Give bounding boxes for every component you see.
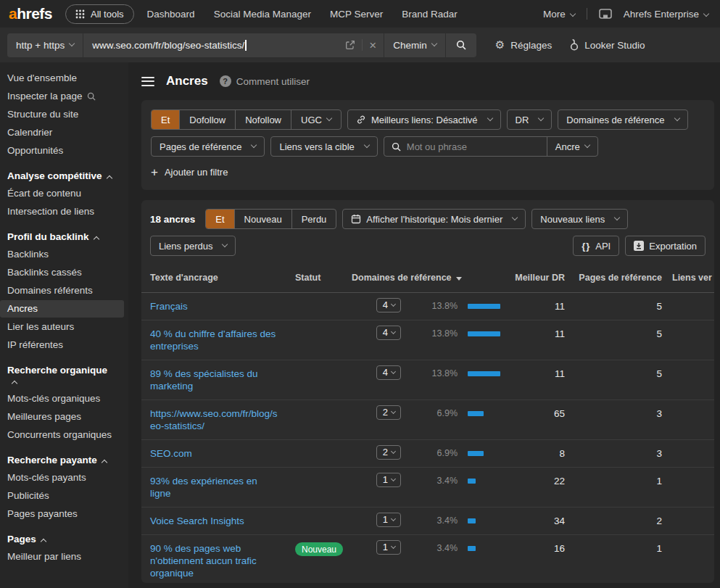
settings-button[interactable]: ⚙ Réglages xyxy=(495,38,553,51)
sidebar-section-header[interactable]: Recherche payante xyxy=(0,444,124,469)
word-phrase-input[interactable]: Mot ou phrase xyxy=(384,141,547,152)
domains-percent: 13.8% xyxy=(401,328,458,340)
sidebar-item-backlinks[interactable]: Backlinks xyxy=(0,246,124,263)
sidebar-item-meilleures-pages[interactable]: Meilleures pages xyxy=(0,408,124,426)
anchor-link[interactable]: https://www.seo.com/fr/blog/seo-statisti… xyxy=(150,407,288,432)
history-dropdown[interactable]: Afficher l'historique: Mois dernier xyxy=(342,209,526,229)
sidebar-item-mots-cl-s-payants[interactable]: Mots-clés payants xyxy=(0,469,124,486)
domains-count-dropdown[interactable]: 4 xyxy=(376,326,401,340)
how-to-use-link[interactable]: ? Comment utiliser xyxy=(220,75,310,87)
sidebar-item-lier-les-auteurs[interactable]: Lier les auteurs xyxy=(0,318,124,336)
sidebar-item-structure-du-site[interactable]: Structure du site xyxy=(0,106,124,123)
new-links-dropdown[interactable]: Nouveaux liens xyxy=(531,209,628,229)
enterprise-menu[interactable]: Ahrefs Enterprise xyxy=(624,9,708,20)
filter-ugc-dropdown[interactable]: UGC xyxy=(291,110,341,129)
col-status[interactable]: Statut xyxy=(288,273,352,283)
domains-count-dropdown[interactable]: 1 xyxy=(376,540,401,555)
sidebar-item-backlinks-cass-s[interactable]: Backlinks cassés xyxy=(0,264,124,281)
sidebar-item-pages-payantes[interactable]: Pages payantes xyxy=(0,505,124,523)
target-search-bar: http + https www.seo.com/fr/blog/seo-sta… xyxy=(0,28,720,62)
filter-nofollow-button[interactable]: Nofollow xyxy=(235,110,291,129)
sidebar-section-header[interactable]: Profil du backlink xyxy=(0,221,124,246)
anchor-link[interactable]: 93% des expériences en ligne xyxy=(150,475,288,500)
domains-count-dropdown[interactable]: 4 xyxy=(376,298,401,312)
sidebar-item--cart-de-contenu[interactable]: Écart de contenu xyxy=(0,185,124,202)
chevron-up-icon xyxy=(41,539,46,544)
nav-dashboard[interactable]: Dashboard xyxy=(147,9,195,20)
nav-mcp-server[interactable]: MCP Server xyxy=(330,9,383,20)
api-button[interactable]: {} API xyxy=(573,236,619,256)
anchor-link[interactable]: 90 % des pages web n'obtiennent aucun tr… xyxy=(150,542,288,579)
sidebar-item-ip-r-f-rentes[interactable]: IP référentes xyxy=(0,336,124,354)
sidebar-item-mots-cl-s-organiques[interactable]: Mots-clés organiques xyxy=(0,390,124,407)
filter-dofollow-button[interactable]: Dofollow xyxy=(179,110,235,129)
open-external-icon[interactable] xyxy=(345,40,355,50)
best-dr-value: 16 xyxy=(508,542,565,555)
anchor-link[interactable]: 89 % des spécialistes du marketing xyxy=(150,368,288,392)
sidebar-item-ancres[interactable]: Ancres xyxy=(0,300,124,318)
domains-count-dropdown[interactable]: 1 xyxy=(376,513,401,527)
best-links-dropdown[interactable]: Meilleurs liens: Désactivé xyxy=(347,109,501,130)
lost-links-dropdown[interactable]: Liens perdus xyxy=(150,236,236,256)
target-url-input[interactable]: www.seo.com/fr/blog/seo-statistics/ × xyxy=(83,33,384,57)
sidebar-section-header[interactable]: Analyse compétitive xyxy=(0,160,124,185)
anchor-link[interactable]: SEO.com xyxy=(150,447,288,460)
sidebar-item-publicit-s[interactable]: Publicités xyxy=(0,487,124,505)
sidebar-item-calendrier[interactable]: Calendrier xyxy=(0,124,124,141)
export-button[interactable]: Exportation xyxy=(625,236,705,256)
clear-input-icon[interactable]: × xyxy=(369,39,376,51)
anchor-link[interactable]: Français xyxy=(150,300,288,312)
sidebar-item-concurrents-organiques[interactable]: Concurrents organiques xyxy=(0,426,124,444)
sidebar-item-meilleur-par-liens[interactable]: Meilleur par liens xyxy=(0,548,124,566)
col-anchor-text[interactable]: Texte d'ancrage xyxy=(150,273,288,283)
ref-domains-dropdown[interactable]: Domaines de référence xyxy=(558,109,687,130)
anchor-scope-dropdown[interactable]: Ancre xyxy=(547,141,597,152)
chevron-down-icon xyxy=(703,10,709,16)
ref-pages-value: 3 xyxy=(565,447,662,460)
all-tools-button[interactable]: All tools xyxy=(65,4,134,24)
filter-et-button[interactable]: Et xyxy=(152,110,179,129)
sidebar-section-header[interactable]: Pages xyxy=(0,523,124,548)
menu-toggle-icon[interactable] xyxy=(141,77,154,86)
col-links-to[interactable]: Liens ver xyxy=(662,273,714,283)
domains-count-dropdown[interactable]: 2 xyxy=(376,445,401,460)
search-button[interactable] xyxy=(446,33,476,57)
anchor-link[interactable]: 40 % du chiffre d'affaires des entrepris… xyxy=(150,328,288,352)
nav-social-media-manager[interactable]: Social Media Manager xyxy=(214,9,311,20)
protocol-dropdown[interactable]: http + https xyxy=(7,33,83,57)
more-menu[interactable]: More xyxy=(543,9,575,20)
path-mode-dropdown[interactable]: Chemin xyxy=(384,33,445,57)
ref-pages-dropdown[interactable]: Pages de référence xyxy=(151,136,265,157)
toolbar-et-button[interactable]: Et xyxy=(206,210,233,228)
looker-studio-button[interactable]: Looker Studio xyxy=(569,39,645,51)
nav-brand-radar[interactable]: Brand Radar xyxy=(402,9,458,20)
percent-bar xyxy=(458,542,508,551)
dr-dropdown[interactable]: DR xyxy=(507,109,553,130)
domains-count-dropdown[interactable]: 1 xyxy=(376,473,401,487)
domains-count-dropdown[interactable]: 4 xyxy=(376,365,401,380)
anchor-link[interactable]: Voice Search Insights xyxy=(150,515,288,527)
ahrefs-logo[interactable]: ahrefs xyxy=(9,5,52,22)
calendar-icon xyxy=(351,214,361,224)
add-filter-button[interactable]: + Ajouter un filtre xyxy=(151,166,228,178)
ref-pages-value: 1 xyxy=(565,475,662,487)
toolbar-perdu-button[interactable]: Perdu xyxy=(291,210,336,228)
workspace-icon[interactable] xyxy=(599,9,612,20)
table-row: 40 % du chiffre d'affaires des entrepris… xyxy=(141,320,714,360)
table-body: Français 4 13.8% 11 5 40 % du chiffre d'… xyxy=(141,293,714,583)
page-title: Ancres xyxy=(166,74,208,88)
domains-count-dropdown[interactable]: 2 xyxy=(376,405,401,420)
toolbar-nouveau-button[interactable]: Nouveau xyxy=(234,210,291,228)
table-row: Français 4 13.8% 11 5 xyxy=(141,293,714,320)
col-ref-domains[interactable]: Domaines de référence xyxy=(352,273,508,283)
sidebar-item-domaines-r-f-rents[interactable]: Domaines référents xyxy=(0,282,124,299)
sidebar-section-header[interactable]: Recherche organique xyxy=(0,355,124,390)
sidebar-item-vue-d-ensemble[interactable]: Vue d'ensemble xyxy=(0,70,124,87)
top-nav: Dashboard Social Media Manager MCP Serve… xyxy=(147,9,458,20)
sidebar-item-intersection-de-liens[interactable]: Intersection de liens xyxy=(0,203,124,220)
sidebar-item-opportunit-s[interactable]: Opportunités xyxy=(0,142,124,160)
links-to-target-dropdown[interactable]: Liens vers la cible xyxy=(270,136,377,157)
col-ref-pages[interactable]: Pages de référence xyxy=(565,273,662,283)
col-best-dr[interactable]: Meilleur DR xyxy=(508,273,565,283)
sidebar-item-inspecter-la-page[interactable]: Inspecter la page xyxy=(0,88,124,105)
